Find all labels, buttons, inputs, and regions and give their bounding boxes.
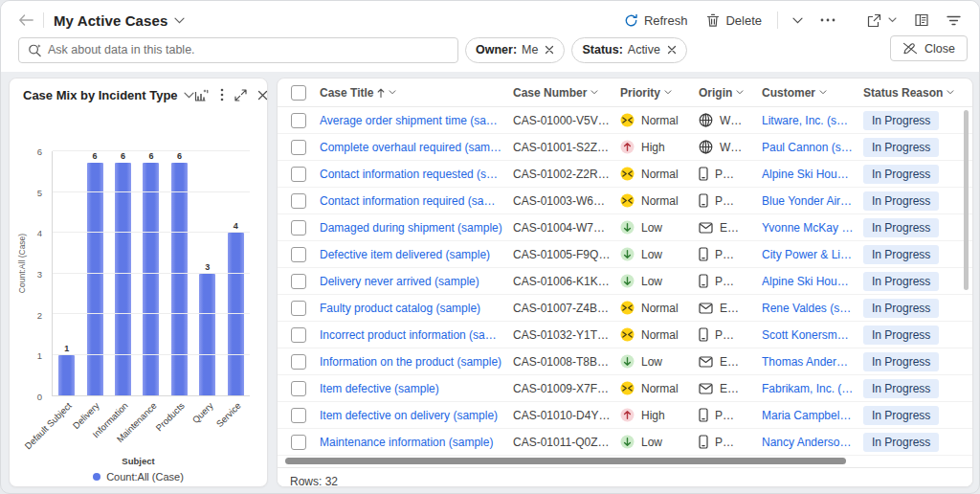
expand-chart-icon[interactable] [234, 89, 247, 101]
row-checkbox[interactable] [291, 274, 306, 289]
case-title-link[interactable]: Defective item delivered (sample) [320, 248, 513, 261]
case-title-link[interactable]: Complete overhaul required (sample) [320, 141, 513, 154]
table-row[interactable]: Contact information requested (sample)CA… [278, 161, 972, 188]
table-row[interactable]: Information on the product (sample)CAS-0… [278, 348, 972, 375]
column-header-status-reason[interactable]: Status Reason [863, 86, 959, 100]
table-row[interactable]: Damaged during shipment (sample)CAS-0100… [278, 214, 972, 241]
row-checkbox[interactable] [291, 327, 306, 343]
y-tick-label: 0 [37, 392, 42, 402]
customer-link[interactable]: Nancy Anderson (… [762, 436, 863, 449]
customer-link[interactable]: City Power & Ligh… [762, 248, 863, 261]
column-header-priority[interactable]: Priority [620, 86, 699, 100]
share-button[interactable] [859, 10, 903, 32]
case-title-link[interactable]: Item defective on delivery (sample) [320, 409, 513, 422]
priority-low-icon [620, 220, 635, 235]
column-header-case-title[interactable]: Case Title [320, 86, 513, 100]
chart-bar[interactable] [58, 355, 75, 396]
table-row[interactable]: Complete overhaul required (sample)CAS-0… [278, 134, 972, 161]
table-row[interactable]: Defective item delivered (sample)CAS-010… [278, 241, 972, 268]
row-checkbox[interactable] [291, 167, 306, 182]
filter-chip-owner[interactable]: Owner: Me [465, 37, 565, 63]
remove-chip-icon[interactable] [667, 45, 677, 55]
row-checkbox[interactable] [291, 113, 306, 128]
ask-data-input[interactable]: Ask about data in this table. [18, 37, 458, 63]
row-checkbox[interactable] [291, 193, 306, 209]
table-row[interactable]: Delivery never arrived (sample)CAS-01006… [278, 268, 972, 295]
chart-more-options-icon[interactable] [220, 88, 224, 101]
close-chart-icon[interactable] [257, 90, 268, 101]
y-tick-label: 2 [37, 309, 42, 320]
table-row[interactable]: Faulty product catalog (sample)CAS-01007… [278, 295, 972, 322]
row-checkbox[interactable] [291, 435, 306, 450]
case-title-link[interactable]: Incorrect product information (sample) [320, 328, 513, 342]
horizontal-scrollbar[interactable] [285, 458, 846, 464]
refresh-button[interactable]: Refresh [616, 10, 696, 32]
column-header-case-number[interactable]: Case Number [513, 86, 620, 100]
delete-button[interactable]: Delete [699, 10, 769, 32]
chart-bar[interactable] [87, 163, 103, 395]
column-header-origin[interactable]: Origin [699, 86, 762, 100]
select-all-checkbox[interactable] [291, 85, 306, 101]
case-title-link[interactable]: Maintenance information (sample) [320, 436, 513, 449]
view-selector-chevron-icon[interactable] [174, 17, 185, 24]
chart-x-axis-title: Subject [10, 456, 267, 466]
table-row[interactable]: Item defective on delivery (sample)CAS-0… [278, 402, 972, 429]
vertical-scrollbar[interactable] [964, 110, 969, 290]
table-row[interactable]: Item defective (sample)CAS-01009-X7F6V1N… [278, 375, 972, 402]
table-row[interactable]: Average order shipment time (sample)CAS-… [278, 107, 972, 134]
chart-bar[interactable] [199, 274, 215, 396]
row-checkbox[interactable] [291, 140, 306, 155]
table-row[interactable]: Maintenance information (sample)CAS-0101… [278, 429, 972, 456]
app-window: My Active Cases Refresh Delete [0, 0, 980, 494]
chart-bar[interactable] [228, 233, 244, 395]
filter-icon[interactable] [940, 11, 968, 30]
case-title-link[interactable]: Contact information required (sample) [320, 194, 513, 208]
customer-link[interactable]: Fabrikam, Inc. (sa… [762, 382, 863, 395]
row-checkbox[interactable] [291, 354, 306, 370]
chart-bar[interactable] [171, 163, 188, 395]
case-title-link[interactable]: Information on the product (sample) [320, 355, 513, 369]
row-checkbox[interactable] [291, 220, 306, 236]
row-checkbox[interactable] [291, 381, 306, 396]
customer-link[interactable]: Rene Valdes (sam… [762, 302, 863, 315]
table-row[interactable]: Incorrect product information (sample)CA… [278, 322, 972, 348]
view-records-icon[interactable] [194, 88, 210, 102]
row-checkbox[interactable] [291, 408, 306, 423]
remove-chip-icon[interactable] [545, 45, 554, 55]
case-title-link[interactable]: Average order shipment time (sample) [320, 114, 513, 127]
chart-selector-chevron-icon[interactable] [184, 92, 194, 99]
chart-bar[interactable] [143, 163, 159, 395]
case-title-link[interactable]: Delivery never arrived (sample) [320, 275, 513, 288]
case-title-link[interactable]: Faulty product catalog (sample) [320, 302, 513, 315]
back-button[interactable] [18, 14, 33, 26]
priority-cell: Normal [620, 167, 699, 181]
origin-text: E… [720, 302, 739, 315]
delete-split-chevron-icon[interactable] [786, 13, 810, 28]
origin-text: P… [715, 248, 734, 261]
customer-link[interactable]: Litware, Inc. (sam… [762, 114, 863, 127]
customer-link[interactable]: Blue Yonder Airlin… [762, 194, 863, 208]
row-checkbox[interactable] [291, 247, 306, 262]
origin-cell: P… [699, 435, 762, 449]
customer-link[interactable]: Scott Konersman… [762, 328, 863, 342]
case-title-link[interactable]: Damaged during shipment (sample) [320, 221, 513, 235]
row-checkbox[interactable] [291, 301, 306, 316]
close-ask-button[interactable]: Close [890, 35, 968, 61]
focused-view-icon[interactable] [907, 10, 936, 31]
chart-panel: Case Mix by Incident Type Count:All ( [9, 78, 268, 487]
status-cell: In Progress [863, 165, 959, 184]
customer-link[interactable]: Thomas Andersen… [762, 355, 863, 369]
chart-bar[interactable] [115, 163, 131, 395]
origin-email-icon [699, 303, 713, 314]
customer-link[interactable]: Alpine Ski House … [762, 275, 863, 288]
customer-link[interactable]: Maria Campbell (s… [762, 409, 863, 422]
customer-link[interactable]: Alpine Ski House … [762, 168, 863, 181]
customer-link[interactable]: Yvonne McKay (sa… [762, 221, 863, 235]
filter-chip-status[interactable]: Status: Active [571, 37, 686, 63]
case-title-link[interactable]: Contact information requested (sample) [320, 168, 513, 181]
customer-link[interactable]: Paul Cannon (sam… [762, 141, 863, 154]
column-header-customer[interactable]: Customer [762, 86, 863, 100]
more-commands-icon[interactable] [813, 14, 842, 26]
table-row[interactable]: Contact information required (sample)CAS… [278, 188, 972, 214]
case-title-link[interactable]: Item defective (sample) [320, 382, 513, 395]
